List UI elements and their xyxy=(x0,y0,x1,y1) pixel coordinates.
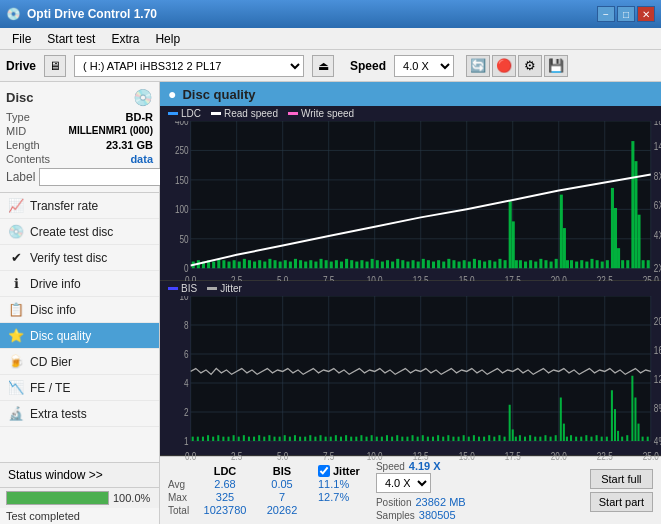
svg-rect-41 xyxy=(248,260,251,268)
svg-rect-93 xyxy=(512,221,515,268)
jitter-legend-label: Jitter xyxy=(220,283,242,294)
svg-text:22.5: 22.5 xyxy=(597,449,613,462)
maximize-button[interactable]: □ xyxy=(617,6,635,22)
samples-label: Samples xyxy=(376,510,415,521)
sidebar-item-cd-bier[interactable]: 🍺 CD Bier xyxy=(0,349,159,375)
ldc-legend-dot xyxy=(168,112,178,115)
menu-extra[interactable]: Extra xyxy=(103,30,147,48)
svg-rect-121 xyxy=(637,215,640,269)
menu-file[interactable]: File xyxy=(4,30,39,48)
svg-rect-198 xyxy=(360,435,362,441)
svg-rect-195 xyxy=(345,435,347,441)
svg-text:0: 0 xyxy=(184,262,189,274)
svg-rect-257 xyxy=(642,437,644,441)
svg-rect-231 xyxy=(524,437,526,441)
svg-rect-184 xyxy=(289,437,291,441)
svg-rect-61 xyxy=(350,260,353,268)
speed-dropdown[interactable]: 4.0 X xyxy=(376,473,431,493)
total-label: Total xyxy=(168,505,188,516)
svg-text:8X: 8X xyxy=(654,170,661,182)
svg-rect-230 xyxy=(519,435,521,441)
svg-rect-181 xyxy=(273,437,275,441)
svg-rect-91 xyxy=(504,260,507,268)
sidebar-item-fe-te[interactable]: 📉 FE / TE xyxy=(0,375,159,401)
svg-rect-98 xyxy=(534,262,537,269)
svg-rect-185 xyxy=(294,435,296,441)
svg-rect-229 xyxy=(515,437,517,441)
sidebar-item-create-test-disc[interactable]: 💿 Create test disc xyxy=(0,219,159,245)
svg-rect-97 xyxy=(529,260,532,268)
svg-rect-243 xyxy=(580,437,582,441)
svg-rect-227 xyxy=(509,405,511,441)
svg-rect-199 xyxy=(366,437,368,441)
burn-icon[interactable]: 🔴 xyxy=(492,55,516,77)
minimize-button[interactable]: − xyxy=(597,6,615,22)
sidebar-item-drive-info[interactable]: ℹ Drive info xyxy=(0,271,159,297)
menu-start-test[interactable]: Start test xyxy=(39,30,103,48)
svg-text:0.0: 0.0 xyxy=(185,449,197,462)
svg-rect-173 xyxy=(233,435,235,441)
svg-rect-214 xyxy=(442,437,444,441)
start-part-button[interactable]: Start part xyxy=(590,492,653,512)
svg-text:16%: 16% xyxy=(654,344,661,357)
legend-write-speed: Write speed xyxy=(288,108,354,119)
ldc-avg: 2.68 xyxy=(200,478,250,490)
status-window-button[interactable]: Status window >> xyxy=(0,463,159,488)
sidebar-item-verify-test-disc[interactable]: ✔ Verify test disc xyxy=(0,245,159,271)
speed-select[interactable]: 4.0 X xyxy=(394,55,454,77)
sidebar-item-disc-quality[interactable]: ⭐ Disc quality xyxy=(0,323,159,349)
svg-rect-55 xyxy=(320,259,323,268)
svg-rect-83 xyxy=(463,260,466,268)
svg-rect-70 xyxy=(396,259,399,268)
main-content: Disc 💿 Type BD-R MID MILLENMR1 (000) Len… xyxy=(0,82,661,524)
jitter-avg: 11.1% xyxy=(318,478,360,490)
refresh-icon[interactable]: 🔄 xyxy=(466,55,490,77)
sidebar-item-transfer-rate[interactable]: 📈 Transfer rate xyxy=(0,193,159,219)
close-button[interactable]: ✕ xyxy=(637,6,655,22)
svg-rect-252 xyxy=(621,437,623,441)
drive-select[interactable]: ( H:) ATAPI iHBS312 2 PL17 xyxy=(74,55,304,77)
svg-rect-221 xyxy=(478,437,480,441)
legend-read-speed: Read speed xyxy=(211,108,278,119)
app-icon: 💿 xyxy=(6,7,21,21)
length-value: 23.31 GB xyxy=(106,139,153,151)
svg-text:4: 4 xyxy=(184,377,189,390)
svg-rect-187 xyxy=(304,437,306,441)
svg-text:2X: 2X xyxy=(654,262,661,274)
svg-rect-56 xyxy=(325,260,328,268)
svg-rect-179 xyxy=(263,437,265,441)
settings-icon[interactable]: ⚙ xyxy=(518,55,542,77)
sidebar-item-extra-tests[interactable]: 🔬 Extra tests xyxy=(0,401,159,427)
svg-rect-174 xyxy=(238,437,240,441)
svg-rect-258 xyxy=(647,437,649,441)
svg-rect-40 xyxy=(243,259,246,268)
drive-info-label: Drive info xyxy=(30,277,81,291)
svg-text:10.0: 10.0 xyxy=(367,449,383,462)
contents-label: Contents xyxy=(6,153,50,165)
svg-rect-234 xyxy=(539,437,541,441)
svg-rect-75 xyxy=(422,259,425,268)
svg-rect-223 xyxy=(488,435,490,441)
save-icon[interactable]: 💾 xyxy=(544,55,568,77)
svg-rect-168 xyxy=(207,435,209,441)
svg-rect-81 xyxy=(452,260,455,268)
eject-button[interactable]: ⏏ xyxy=(312,55,334,77)
sidebar-item-disc-info[interactable]: 📋 Disc info xyxy=(0,297,159,323)
svg-rect-82 xyxy=(458,262,461,269)
bottom-chart-wrapper: BIS Jitter xyxy=(160,281,661,456)
svg-rect-116 xyxy=(617,248,620,268)
svg-rect-66 xyxy=(376,260,379,268)
svg-rect-242 xyxy=(575,437,577,441)
svg-rect-42 xyxy=(253,262,256,269)
svg-rect-220 xyxy=(473,435,475,441)
jitter-legend-dot xyxy=(207,287,217,290)
top-chart-legend: LDC Read speed Write speed xyxy=(160,106,661,121)
svg-rect-96 xyxy=(524,262,527,269)
type-label: Type xyxy=(6,111,30,123)
svg-text:2.5: 2.5 xyxy=(231,449,243,462)
svg-rect-110 xyxy=(590,259,593,268)
create-test-disc-label: Create test disc xyxy=(30,225,113,239)
svg-rect-203 xyxy=(386,435,388,441)
menu-help[interactable]: Help xyxy=(147,30,188,48)
svg-rect-247 xyxy=(601,437,603,441)
